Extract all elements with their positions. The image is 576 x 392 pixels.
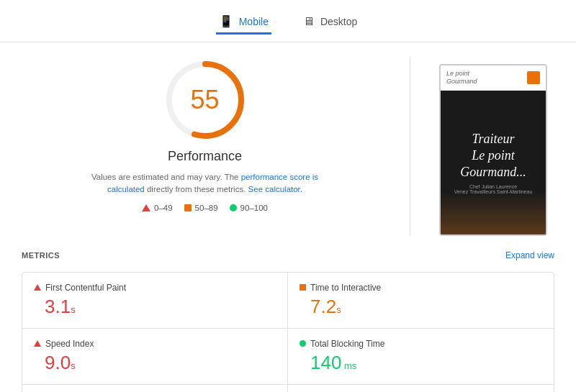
metrics-grid: First Contentful Paint 3.1s Time to Inte… [22, 272, 554, 392]
section-divider [410, 57, 410, 236]
metric-cls: Cumulative Layout Shift 0 [288, 385, 554, 392]
tab-desktop-label: Desktop [320, 16, 357, 27]
score-legend: 0–49 50–89 90–100 [142, 204, 268, 212]
device-frame: Le point Gourmand Traiteur Le point Gour… [439, 64, 547, 236]
score-section: 55 Performance Values are estimated and … [22, 57, 388, 212]
legend-green-range: 90–100 [240, 204, 268, 212]
metrics-title: METRICS [22, 251, 60, 260]
metric-si-name: Speed Index [45, 339, 94, 349]
description-mid: directly from these metrics. [145, 185, 246, 193]
score-value: 55 [190, 85, 219, 115]
metric-tbt: Total Blocking Time 140 ms [288, 329, 554, 385]
tab-mobile-label: Mobile [239, 16, 269, 27]
metrics-section: METRICS Expand view First Contentful Pai… [0, 250, 576, 392]
legend-red: 0–49 [142, 204, 173, 212]
legend-red-range: 0–49 [154, 204, 173, 212]
legend-orange: 50–89 [184, 204, 218, 212]
tab-bar: 📱 Mobile 🖥 Desktop [0, 0, 576, 42]
legend-green: 90–100 [230, 204, 268, 212]
desktop-icon: 🖥 [303, 15, 315, 28]
device-header: Le point Gourmand [441, 65, 546, 91]
mobile-icon: 📱 [219, 14, 233, 28]
score-description: Values are estimated and may vary. The p… [83, 171, 328, 196]
screenshot-subtitle: Chef Julian LaurenceVenez Travailleurs S… [454, 184, 533, 194]
metric-fcp-name: First Contentful Paint [45, 283, 126, 293]
legend-orange-range: 50–89 [195, 204, 218, 212]
metric-fcp-label-row: First Contentful Paint [34, 283, 276, 293]
calculator-link[interactable]: See calculator. [248, 185, 302, 193]
score-circle: 55 [162, 57, 248, 143]
tab-desktop[interactable]: 🖥 Desktop [300, 10, 360, 35]
main-section: 55 Performance Values are estimated and … [0, 42, 576, 250]
metric-tbt-value: 140 ms [310, 352, 542, 374]
tab-mobile[interactable]: 📱 Mobile [216, 10, 271, 35]
metric-fcp-value: 3.1s [45, 296, 276, 318]
screenshot-bg [441, 191, 546, 234]
metric-tti-value: 7.2s [310, 296, 542, 318]
metric-si-value: 9.0s [45, 352, 276, 374]
metric-tti-label-row: Time to Interactive [300, 283, 542, 293]
metrics-header: METRICS Expand view [22, 250, 554, 263]
metric-fcp: First Contentful Paint 3.1s [22, 273, 288, 329]
orange-square-icon [184, 204, 192, 211]
expand-view-button[interactable]: Expand view [505, 250, 554, 260]
green-circle-icon [230, 204, 237, 211]
site-logo: Le point Gourmand [446, 70, 477, 86]
metric-tti-name: Time to Interactive [310, 283, 381, 293]
orange-square-logo [527, 71, 540, 84]
description-prefix: Values are estimated and may vary. The [91, 173, 241, 181]
metric-tti: Time to Interactive 7.2s [288, 273, 554, 329]
metric-si-label-row: Speed Index [34, 339, 276, 349]
red-triangle-icon [34, 340, 41, 347]
screenshot-title: Traiteur Le point Gourmand... [460, 131, 526, 181]
orange-square-icon [300, 284, 306, 291]
score-label: Performance [168, 149, 242, 164]
red-triangle-icon [142, 204, 150, 211]
metric-tbt-label-row: Total Blocking Time [300, 339, 542, 349]
screenshot-section: Le point Gourmand Traiteur Le point Gour… [432, 57, 554, 236]
metric-si: Speed Index 9.0s [22, 329, 288, 385]
red-triangle-icon [34, 284, 41, 291]
metric-tbt-name: Total Blocking Time [310, 339, 384, 349]
green-circle-icon [300, 340, 306, 347]
device-screenshot: Traiteur Le point Gourmand... Chef Julia… [441, 91, 546, 234]
metric-lcp: Largest Contentful Paint 8.8s [22, 385, 288, 392]
